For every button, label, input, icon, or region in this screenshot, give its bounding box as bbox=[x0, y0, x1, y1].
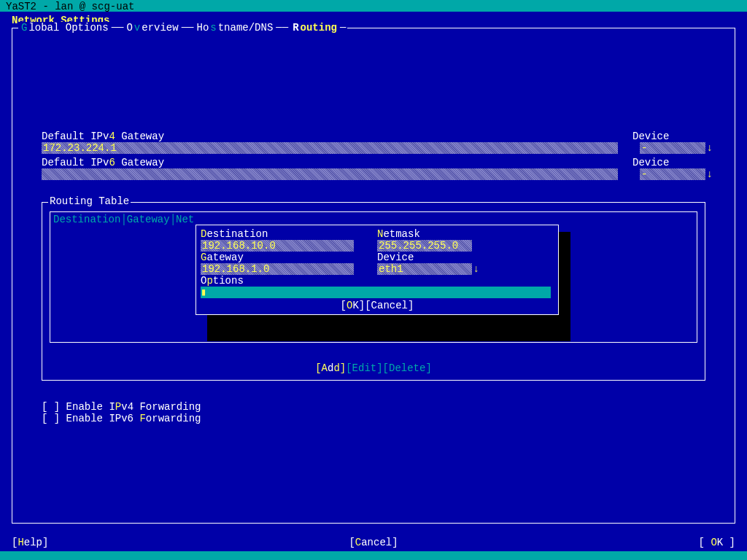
ipv4-gateway-label: Default IPv4 Gateway bbox=[42, 131, 164, 142]
tab-routing[interactable]: Routing bbox=[290, 22, 338, 34]
ok-button[interactable]: [ OK ] bbox=[699, 537, 735, 548]
bottom-stripe bbox=[0, 551, 747, 560]
netmask-input[interactable]: 255.255.255.0 bbox=[377, 240, 472, 252]
ipv4-device-select[interactable]: -↓ bbox=[640, 142, 705, 154]
destination-label: Destination bbox=[201, 228, 377, 240]
device-label-modal: Device bbox=[377, 252, 554, 263]
options-input[interactable] bbox=[201, 287, 551, 298]
route-edit-dialog: Destination 192.168.10.0 Netmask 255.255… bbox=[196, 225, 559, 315]
device-label-2: Device bbox=[632, 157, 705, 168]
chevron-down-icon: ↓ bbox=[707, 168, 713, 180]
tab-hostname[interactable]: Hostname/DNS bbox=[195, 22, 274, 34]
netmask-label: Netmask bbox=[377, 228, 554, 240]
ipv6-forwarding-checkbox[interactable]: [ ] Enable IPv6 Forwarding bbox=[42, 413, 705, 424]
gateway-label: Gateway bbox=[201, 252, 377, 263]
ok-button-modal[interactable]: [OK] bbox=[341, 300, 365, 311]
destination-input[interactable]: 192.168.10.0 bbox=[201, 240, 354, 252]
ipv4-forwarding-checkbox[interactable]: [ ] Enable IPv4 Forwarding bbox=[42, 401, 705, 413]
tab-labels: Global Options──Overview──Hostname/DNS──… bbox=[18, 22, 347, 34]
edit-button[interactable]: [Edit] bbox=[346, 362, 382, 374]
titlebar: YaST2 - lan @ scg-uat bbox=[0, 0, 747, 12]
routing-table-title: Routing Table bbox=[48, 195, 131, 207]
options-label: Options bbox=[201, 275, 554, 287]
cancel-button-modal[interactable]: [Cancel] bbox=[365, 300, 414, 311]
ipv6-device-select[interactable]: -↓ bbox=[640, 168, 705, 180]
delete-button[interactable]: [Delete] bbox=[383, 362, 432, 374]
gateway-input[interactable]: 192.168.1.0 bbox=[201, 263, 354, 275]
cancel-button[interactable]: [Cancel] bbox=[349, 537, 398, 548]
device-label-1: Device bbox=[632, 131, 705, 142]
ipv6-gateway-label: Default IPv6 Gateway bbox=[42, 157, 164, 168]
chevron-down-icon: ↓ bbox=[707, 142, 713, 154]
bottom-bar: [Help] [Cancel] [ OK ] bbox=[12, 537, 735, 548]
chevron-down-icon: ↓ bbox=[473, 263, 479, 275]
add-button[interactable]: [Add] bbox=[315, 362, 346, 374]
routing-buttons: [Add][Edit][Delete] bbox=[42, 362, 705, 374]
device-select-modal[interactable]: eth1↓ bbox=[377, 263, 472, 275]
modal-buttons: [OK][Cancel] bbox=[201, 300, 554, 311]
titlebar-text: YaST2 - lan @ scg-uat bbox=[6, 1, 134, 12]
tab-global[interactable]: Global Options bbox=[18, 22, 110, 34]
help-button[interactable]: [Help] bbox=[12, 537, 48, 548]
tab-overview[interactable]: Overview bbox=[125, 22, 179, 34]
ipv6-gateway-input[interactable] bbox=[42, 168, 618, 180]
ipv4-gateway-input[interactable]: 172.23.224.1 bbox=[42, 142, 618, 154]
forwarding-checkboxes: [ ] Enable IPv4 Forwarding [ ] Enable IP… bbox=[42, 401, 705, 424]
